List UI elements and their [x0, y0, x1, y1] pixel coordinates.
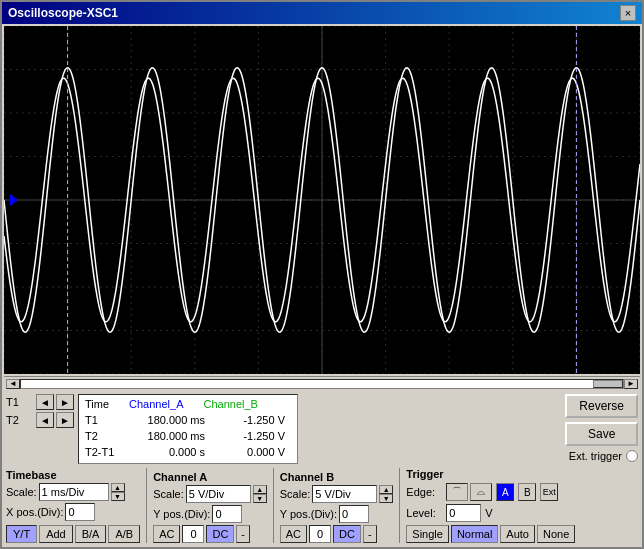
measurements-panel: Time Channel_A Channel_B T1 180.000 ms -…: [78, 394, 298, 464]
timebase-xpos-label: X pos.(Div):: [6, 506, 63, 518]
timebase-scale-input[interactable]: [39, 483, 109, 501]
channel-a-minus-btn[interactable]: -: [236, 525, 250, 543]
top-controls: T1 ◄ ► T2 ◄ ► Time Channel_A Channel_B: [6, 394, 638, 464]
t1-time-val: 180.000 ms: [135, 412, 205, 428]
t2t1-cha-val: 0.000 V: [215, 444, 285, 460]
trigger-mode-btns: Single Normal Auto None: [406, 525, 575, 543]
trigger-edge-row: Edge: ⌒ ⌓ A B Ext: [406, 483, 575, 501]
trigger-group: Trigger Edge: ⌒ ⌓ A B Ext Level: V: [406, 468, 575, 543]
trigger-channel-a-btn[interactable]: A: [496, 483, 514, 501]
trigger-level-label: Level:: [406, 507, 442, 519]
channel-a-group: Channel A Scale: ▲ ▼ Y pos.(Div): AC: [153, 471, 267, 543]
horizontal-scrollbar[interactable]: ◄ ►: [4, 376, 640, 390]
edge-rising-btn[interactable]: ⌒: [446, 483, 468, 501]
save-button[interactable]: Save: [565, 422, 638, 446]
t2-left-btn[interactable]: ◄: [36, 412, 54, 428]
timebase-xpos-row: X pos.(Div):: [6, 503, 140, 521]
channel-a-header: Channel_A: [129, 398, 183, 410]
timebase-group: Timebase Scale: ▲ ▼ X pos.(Div): Y/T Add: [6, 469, 140, 543]
divider-3: [399, 468, 400, 543]
trigger-label: Trigger: [406, 468, 575, 480]
trigger-none-btn[interactable]: None: [537, 525, 575, 543]
trigger-normal-btn[interactable]: Normal: [451, 525, 498, 543]
divider-1: [146, 468, 147, 543]
scroll-left-btn[interactable]: ◄: [6, 379, 20, 389]
channel-b-ypos-input[interactable]: [339, 505, 369, 523]
ext-trigger-radio[interactable]: [626, 450, 638, 462]
timebase-spin-up[interactable]: ▲: [111, 483, 125, 492]
ba-mode-btn[interactable]: B/A: [75, 525, 107, 543]
channel-a-scale-input[interactable]: [186, 485, 251, 503]
measurements-header: Time Channel_A Channel_B: [85, 398, 291, 410]
trigger-level-input[interactable]: [446, 504, 481, 522]
channel-a-scale-row: Scale: ▲ ▼: [153, 485, 267, 503]
ext-trigger-row: Ext. trigger: [565, 450, 638, 462]
channel-b-coupling-row: AC DC -: [280, 525, 394, 543]
channel-b-group: Channel B Scale: ▲ ▼ Y pos.(Div): AC: [280, 471, 394, 543]
trigger-channel-ext-btn[interactable]: Ext: [540, 483, 558, 501]
edge-falling-btn[interactable]: ⌓: [470, 483, 492, 501]
trigger-auto-btn[interactable]: Auto: [500, 525, 535, 543]
scroll-track[interactable]: [20, 379, 624, 389]
window-title: Oscilloscope-XSC1: [8, 6, 118, 20]
t1-label: T1: [6, 396, 34, 408]
bottom-controls: Timebase Scale: ▲ ▼ X pos.(Div): Y/T Add: [6, 468, 638, 543]
t1-left-btn[interactable]: ◄: [36, 394, 54, 410]
t1-cha-val: -1.250 V: [215, 412, 285, 428]
right-buttons: Reverse Save Ext. trigger: [565, 394, 638, 462]
scroll-right-btn[interactable]: ►: [624, 379, 638, 389]
t1-cursor-row: T1 ◄ ►: [6, 394, 74, 410]
trigger-channel-b-btn[interactable]: B: [518, 483, 536, 501]
channel-a-spin-down[interactable]: ▼: [253, 494, 267, 503]
channel-b-ac-btn[interactable]: AC: [280, 525, 307, 543]
controls-area: T1 ◄ ► T2 ◄ ► Time Channel_A Channel_B: [2, 390, 642, 547]
timebase-scale-label: Scale:: [6, 486, 37, 498]
channel-b-spinner: ▲ ▼: [379, 485, 393, 503]
t1-right-btn[interactable]: ►: [56, 394, 74, 410]
timebase-mode-btns: Y/T Add B/A A/B: [6, 525, 140, 543]
close-button[interactable]: ×: [620, 5, 636, 21]
ext-trigger-label: Ext. trigger: [569, 450, 622, 462]
channel-a-ypos-input[interactable]: [212, 505, 242, 523]
timebase-label: Timebase: [6, 469, 140, 481]
oscilloscope-window: Oscilloscope-XSC1 × ◄ ► T1 ◄ ►: [0, 0, 644, 549]
cursor-controls: T1 ◄ ► T2 ◄ ►: [6, 394, 74, 428]
channel-b-dc-btn[interactable]: DC: [333, 525, 361, 543]
edge-buttons: ⌒ ⌓: [446, 483, 492, 501]
channel-a-num-input[interactable]: [182, 525, 204, 543]
timebase-spin-down[interactable]: ▼: [111, 492, 125, 501]
add-mode-btn[interactable]: Add: [39, 525, 73, 543]
channel-a-dc-btn[interactable]: DC: [206, 525, 234, 543]
t2-measurement-row: T2 180.000 ms -1.250 V: [85, 428, 291, 444]
channel-b-scale-input[interactable]: [312, 485, 377, 503]
channel-b-num-input[interactable]: [309, 525, 331, 543]
trigger-level-row: Level: V: [406, 504, 575, 522]
t2-cha-val: -1.250 V: [215, 428, 285, 444]
t2t1-meas-label: T2-T1: [85, 444, 125, 460]
channel-a-ac-btn[interactable]: AC: [153, 525, 180, 543]
channel-b-spin-up[interactable]: ▲: [379, 485, 393, 494]
t2-meas-label: T2: [85, 428, 125, 444]
divider-2: [273, 468, 274, 543]
channel-a-spin-up[interactable]: ▲: [253, 485, 267, 494]
timebase-spinner: ▲ ▼: [111, 483, 125, 501]
channel-b-spin-down[interactable]: ▼: [379, 494, 393, 503]
yt-mode-btn[interactable]: Y/T: [6, 525, 37, 543]
trigger-single-btn[interactable]: Single: [406, 525, 449, 543]
scroll-thumb[interactable]: [593, 380, 623, 388]
channel-b-minus-btn[interactable]: -: [363, 525, 377, 543]
timebase-scale-row: Scale: ▲ ▼: [6, 483, 140, 501]
channel-a-ypos-row: Y pos.(Div):: [153, 505, 267, 523]
timebase-xpos-input[interactable]: [65, 503, 95, 521]
channel-a-ypos-label: Y pos.(Div):: [153, 508, 210, 520]
t2t1-time-val: 0.000 s: [135, 444, 205, 460]
t2-right-btn[interactable]: ►: [56, 412, 74, 428]
reverse-button[interactable]: Reverse: [565, 394, 638, 418]
channel-b-ypos-row: Y pos.(Div):: [280, 505, 394, 523]
t2-time-val: 180.000 ms: [135, 428, 205, 444]
t1-meas-label: T1: [85, 412, 125, 428]
ab-mode-btn[interactable]: A/B: [108, 525, 140, 543]
trigger-level-unit: V: [485, 507, 492, 519]
channel-b-label: Channel B: [280, 471, 394, 483]
t2-label: T2: [6, 414, 34, 426]
